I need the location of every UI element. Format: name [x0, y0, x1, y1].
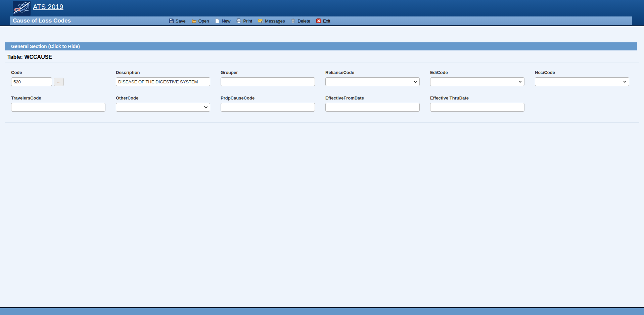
edicode-select[interactable] — [430, 77, 524, 86]
edicode-label: EdiCode — [430, 70, 524, 75]
open-button-label: Open — [198, 18, 209, 24]
nccicode-select-wrap — [535, 77, 629, 86]
nccicode-field: NcciCode — [535, 70, 629, 86]
effectivethrudate-field: Effective ThruDate — [430, 95, 524, 112]
code-label: Code — [11, 70, 105, 75]
save-button[interactable]: Save — [169, 18, 186, 24]
nccicode-label: NcciCode — [535, 70, 629, 75]
prdpcausecode-field: PrdpCauseCode — [221, 95, 315, 112]
open-folder-icon — [191, 18, 197, 24]
travelerscode-field: TravelersCode — [11, 95, 105, 112]
effectivefromdate-field: EffectiveFromDate — [325, 95, 420, 112]
description-label: Description — [116, 70, 210, 75]
reliancecode-select-wrap — [325, 77, 420, 86]
nccicode-select[interactable] — [535, 77, 629, 86]
grouper-input[interactable] — [221, 77, 315, 86]
table-label: Table: WCCAUSE — [7, 54, 52, 60]
messages-icon — [258, 18, 263, 24]
exit-icon — [316, 18, 321, 24]
new-button[interactable]: New — [215, 18, 230, 24]
othercode-select-wrap — [116, 103, 210, 112]
section-bottom-divider — [5, 122, 639, 123]
messages-button-label: Messages — [265, 18, 285, 24]
reliancecode-label: RelianceCode — [325, 70, 420, 75]
description-input[interactable] — [116, 77, 210, 86]
travelerscode-input[interactable] — [11, 103, 105, 112]
grouper-label: Grouper — [221, 70, 315, 75]
general-section-title: General Section (Click to Hide) — [11, 44, 80, 49]
edicode-select-wrap — [430, 77, 524, 86]
exit-button[interactable]: Exit — [316, 18, 330, 24]
save-button-label: Save — [176, 18, 186, 24]
travelerscode-label: TravelersCode — [11, 95, 105, 101]
save-icon — [169, 18, 174, 24]
effectivethrudate-input[interactable] — [430, 103, 524, 112]
code-lookup-button[interactable]: ... — [54, 78, 64, 86]
svg-text:ATS: ATS — [13, 8, 20, 11]
reliancecode-field: RelianceCode — [325, 70, 420, 86]
effectivefromdate-label: EffectiveFromDate — [325, 95, 420, 101]
effectivefromdate-input[interactable] — [325, 103, 420, 112]
print-button[interactable]: Print — [236, 18, 252, 24]
open-button[interactable]: Open — [191, 18, 209, 24]
code-field: Code ... — [11, 70, 105, 86]
toolbar: Cause of Loss Codes Save — [10, 16, 632, 25]
othercode-select[interactable] — [116, 103, 210, 112]
print-icon — [236, 18, 241, 24]
print-button-label: Print — [243, 18, 252, 24]
othercode-label: OtherCode — [116, 95, 210, 101]
general-section-header[interactable]: General Section (Click to Hide) — [5, 42, 637, 50]
app-header: ATS ATS 2019 Cause of Loss Codes Save — [0, 0, 644, 26]
prdpcausecode-input[interactable] — [221, 103, 315, 112]
delete-button-label: Delete — [297, 18, 310, 24]
code-row: ... — [11, 77, 105, 86]
prdpcausecode-label: PrdpCauseCode — [221, 95, 315, 101]
new-page-icon — [215, 18, 220, 24]
page-title: Cause of Loss Codes — [10, 17, 71, 24]
edicode-field: EdiCode — [430, 70, 524, 86]
delete-button[interactable]: Delete — [290, 18, 310, 24]
messages-button[interactable]: Messages — [258, 18, 285, 24]
reliancecode-select[interactable] — [325, 77, 420, 86]
footer-bar — [0, 307, 644, 315]
table-label-divider — [5, 63, 639, 63]
new-button-label: New — [222, 18, 230, 24]
app-title-link[interactable]: ATS 2019 — [33, 3, 63, 11]
grouper-field: Grouper — [221, 70, 315, 86]
ats-logo-icon: ATS — [13, 1, 31, 16]
toolbar-buttons: Save Open New — [169, 16, 330, 25]
trash-icon — [290, 18, 296, 24]
effectivethrudate-label: Effective ThruDate — [430, 95, 524, 101]
othercode-field: OtherCode — [116, 95, 210, 112]
form-grid: Code ... Description Grouper RelianceCod… — [11, 70, 629, 112]
page: ATS ATS 2019 Cause of Loss Codes Save — [0, 0, 644, 315]
code-input[interactable] — [11, 77, 52, 86]
exit-button-label: Exit — [323, 18, 330, 24]
description-field: Description — [116, 70, 210, 86]
